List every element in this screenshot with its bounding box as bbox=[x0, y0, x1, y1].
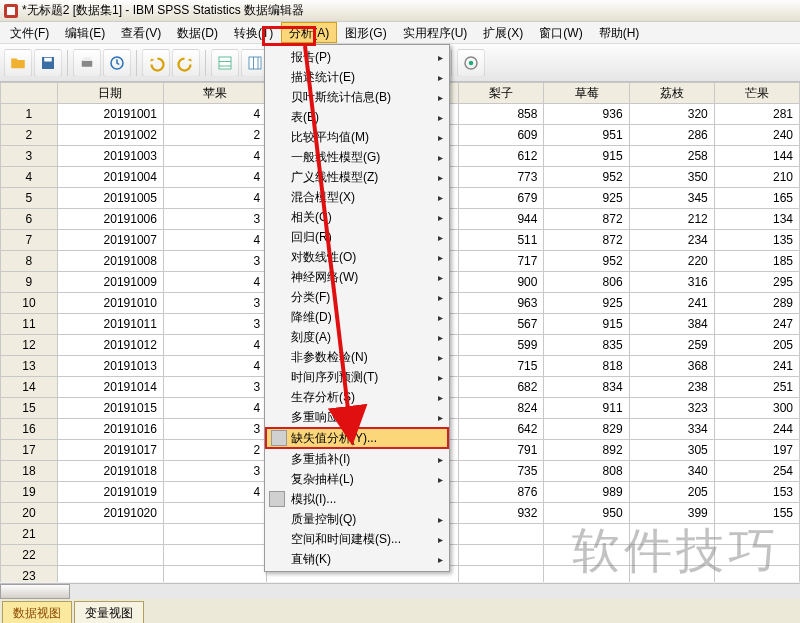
cell-date[interactable]: 20191012 bbox=[57, 335, 163, 356]
menu-item[interactable]: 生存分析(S)▸ bbox=[265, 387, 449, 407]
undo-button[interactable] bbox=[142, 49, 170, 77]
cell-apple[interactable]: 4 bbox=[163, 398, 266, 419]
menu-item[interactable]: 实用程序(U) bbox=[395, 22, 476, 43]
cell-apple[interactable]: 4 bbox=[163, 167, 266, 188]
cell-pear[interactable]: 715 bbox=[459, 356, 544, 377]
cell-apple[interactable] bbox=[163, 524, 266, 545]
cell-apple[interactable]: 4 bbox=[163, 356, 266, 377]
cell-date[interactable]: 20191014 bbox=[57, 377, 163, 398]
cell-lychee[interactable]: 305 bbox=[629, 440, 714, 461]
cell-strawberry[interactable]: 936 bbox=[544, 104, 629, 125]
col-header-date[interactable]: 日期 bbox=[57, 83, 163, 104]
menu-item[interactable]: 多重响应(U)▸ bbox=[265, 407, 449, 427]
cell-lychee[interactable]: 238 bbox=[629, 377, 714, 398]
row-header[interactable]: 5 bbox=[1, 188, 58, 209]
cell-lychee[interactable]: 316 bbox=[629, 272, 714, 293]
cell-strawberry[interactable]: 829 bbox=[544, 419, 629, 440]
cell-apple[interactable]: 4 bbox=[163, 335, 266, 356]
cell-strawberry[interactable]: 835 bbox=[544, 335, 629, 356]
cell-strawberry[interactable] bbox=[544, 545, 629, 566]
horizontal-scrollbar[interactable] bbox=[0, 583, 800, 599]
cell-strawberry[interactable]: 834 bbox=[544, 377, 629, 398]
cell-pear[interactable]: 858 bbox=[459, 104, 544, 125]
cell-pear[interactable]: 679 bbox=[459, 188, 544, 209]
cell-pear[interactable]: 824 bbox=[459, 398, 544, 419]
cell-apple[interactable]: 4 bbox=[163, 230, 266, 251]
cell-apple[interactable]: 3 bbox=[163, 419, 266, 440]
cell-mango[interactable]: 135 bbox=[714, 230, 799, 251]
cell-date[interactable]: 20191016 bbox=[57, 419, 163, 440]
row-header[interactable]: 19 bbox=[1, 482, 58, 503]
open-button[interactable] bbox=[4, 49, 32, 77]
cell-lychee[interactable] bbox=[629, 545, 714, 566]
cell-mango[interactable]: 289 bbox=[714, 293, 799, 314]
cell-date[interactable]: 20191017 bbox=[57, 440, 163, 461]
row-header[interactable]: 22 bbox=[1, 545, 58, 566]
cell-pear[interactable]: 944 bbox=[459, 209, 544, 230]
cell-pear[interactable]: 682 bbox=[459, 377, 544, 398]
cell-date[interactable]: 20191001 bbox=[57, 104, 163, 125]
menu-item[interactable]: 复杂抽样(L)▸ bbox=[265, 469, 449, 489]
menu-item[interactable]: 描述统计(E)▸ bbox=[265, 67, 449, 87]
cell-strawberry[interactable]: 951 bbox=[544, 125, 629, 146]
cell-date[interactable]: 20191011 bbox=[57, 314, 163, 335]
cell-mango[interactable]: 197 bbox=[714, 440, 799, 461]
cell-pear[interactable]: 876 bbox=[459, 482, 544, 503]
cell-apple[interactable]: 4 bbox=[163, 188, 266, 209]
cell-lychee[interactable]: 234 bbox=[629, 230, 714, 251]
cell-apple[interactable]: 3 bbox=[163, 251, 266, 272]
col-header-mango[interactable]: 芒果 bbox=[714, 83, 799, 104]
cell-strawberry[interactable]: 808 bbox=[544, 461, 629, 482]
cell-apple[interactable]: 3 bbox=[163, 209, 266, 230]
cell-mango[interactable]: 134 bbox=[714, 209, 799, 230]
row-header[interactable]: 20 bbox=[1, 503, 58, 524]
cell-lychee[interactable]: 350 bbox=[629, 167, 714, 188]
cell-lychee[interactable]: 220 bbox=[629, 251, 714, 272]
cell-date[interactable]: 20191008 bbox=[57, 251, 163, 272]
cell-pear[interactable]: 735 bbox=[459, 461, 544, 482]
menu-item[interactable]: 转换(T) bbox=[226, 22, 281, 43]
menu-item[interactable]: 降维(D)▸ bbox=[265, 307, 449, 327]
cell-mango[interactable]: 240 bbox=[714, 125, 799, 146]
cell-lychee[interactable]: 320 bbox=[629, 104, 714, 125]
cell-lychee[interactable]: 384 bbox=[629, 314, 714, 335]
cell-strawberry[interactable]: 806 bbox=[544, 272, 629, 293]
menu-item[interactable]: 回归(R)▸ bbox=[265, 227, 449, 247]
col-header-pear[interactable]: 梨子 bbox=[459, 83, 544, 104]
row-header[interactable]: 15 bbox=[1, 398, 58, 419]
cell-strawberry[interactable]: 950 bbox=[544, 503, 629, 524]
cell-apple[interactable]: 3 bbox=[163, 377, 266, 398]
cell-strawberry[interactable]: 892 bbox=[544, 440, 629, 461]
cell-strawberry[interactable]: 818 bbox=[544, 356, 629, 377]
cell-date[interactable]: 20191010 bbox=[57, 293, 163, 314]
cell-strawberry[interactable]: 952 bbox=[544, 167, 629, 188]
menu-item[interactable]: 编辑(E) bbox=[57, 22, 113, 43]
menu-item[interactable]: 贝叶斯统计信息(B)▸ bbox=[265, 87, 449, 107]
row-header[interactable]: 9 bbox=[1, 272, 58, 293]
menu-item[interactable]: 窗口(W) bbox=[531, 22, 590, 43]
menu-item[interactable]: 非参数检验(N)▸ bbox=[265, 347, 449, 367]
cell-lychee[interactable]: 368 bbox=[629, 356, 714, 377]
row-header[interactable]: 1 bbox=[1, 104, 58, 125]
cell-lychee[interactable]: 259 bbox=[629, 335, 714, 356]
goto-case-button[interactable] bbox=[211, 49, 239, 77]
menu-item[interactable]: 模拟(I)... bbox=[265, 489, 449, 509]
menu-item[interactable]: 混合模型(X)▸ bbox=[265, 187, 449, 207]
menu-item[interactable]: 分析(A) bbox=[281, 22, 337, 43]
redo-button[interactable] bbox=[172, 49, 200, 77]
row-header[interactable]: 11 bbox=[1, 314, 58, 335]
cell-lychee[interactable]: 205 bbox=[629, 482, 714, 503]
cell-date[interactable]: 20191005 bbox=[57, 188, 163, 209]
cell-mango[interactable]: 254 bbox=[714, 461, 799, 482]
tab-variable-view[interactable]: 变量视图 bbox=[74, 601, 144, 623]
cell-date[interactable] bbox=[57, 566, 163, 583]
cell-pear[interactable]: 599 bbox=[459, 335, 544, 356]
cell-pear[interactable]: 932 bbox=[459, 503, 544, 524]
cell-mango[interactable] bbox=[714, 545, 799, 566]
cell-pear[interactable]: 791 bbox=[459, 440, 544, 461]
menu-item[interactable]: 对数线性(O)▸ bbox=[265, 247, 449, 267]
cell-date[interactable]: 20191009 bbox=[57, 272, 163, 293]
cell-pear[interactable]: 900 bbox=[459, 272, 544, 293]
row-header[interactable]: 2 bbox=[1, 125, 58, 146]
menu-item[interactable]: 比较平均值(M)▸ bbox=[265, 127, 449, 147]
